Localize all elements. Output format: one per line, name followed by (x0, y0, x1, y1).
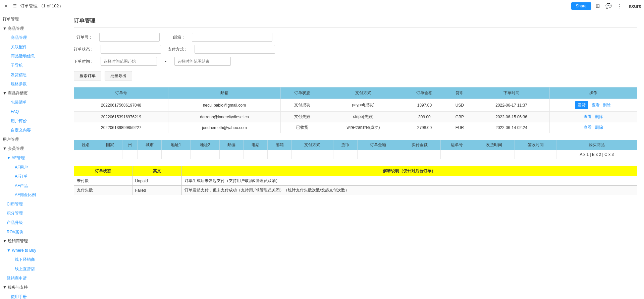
detail-cell (268, 150, 292, 159)
cell-payment: stripe(失败) (324, 112, 403, 122)
cell-currency: USD (446, 99, 473, 112)
cell-status: 支付成功 (280, 99, 324, 112)
email-label: 邮箱： (166, 35, 185, 40)
sidebar-item-dealer-apply[interactable]: 经销商申请 (0, 274, 67, 283)
sidebar-item-product-mgmt[interactable]: 商品管理 (0, 33, 67, 43)
view-link[interactable]: 查看 (584, 125, 592, 130)
sidebar-item-af-order[interactable]: AF订单 (0, 172, 67, 181)
detail-col-zipcode: 邮编 (219, 140, 244, 150)
detail-cell (333, 150, 357, 159)
detail-col-products: 购买商品 (556, 140, 637, 150)
status-table: 订单状态 英文 解释说明（仅针对后台订单） 未付款 Unpaid 订单生成后未发… (74, 166, 637, 195)
col-header-order-time: 下单时间 (473, 87, 550, 99)
sidebar-item-packing-list[interactable]: 包装清单 (0, 98, 67, 107)
sidebar-item-af-product[interactable]: AF产品 (0, 181, 67, 191)
export-button[interactable]: 批量导出 (105, 71, 132, 80)
fahuo-button[interactable]: 发货 (575, 101, 588, 109)
view-link[interactable]: 查看 (592, 103, 600, 107)
detail-row: A x 1 | B x 2 | C x 3 (74, 150, 637, 159)
topbar: ✕ ☰ 订单管理 （1 of 102） Share ⊞ 💬 ⋮ axure (0, 0, 644, 12)
sidebar-item-where-to-buy-group[interactable]: ▼ Where to Buy (0, 246, 67, 255)
cell-order-time: 2022-06-14 02:24 (473, 122, 550, 133)
sidebar-item-points-mgmt[interactable]: 积分管理 (0, 209, 67, 218)
cell-amount: 1397.00 (403, 99, 446, 112)
comment-icon[interactable]: 💬 (605, 2, 613, 10)
col-header-currency: 货币 (446, 87, 473, 99)
sidebar: 订单管理 ▼ 商品管理 商品管理 关联配件 商品活动信息 子导航 发货信息 规格… (0, 12, 67, 299)
sidebar-item-af-commission[interactable]: AF佣金比例 (0, 190, 67, 200)
cell-currency: EUR (446, 122, 473, 133)
detail-col-city: 城市 (138, 140, 162, 150)
sidebar-item-rov-cases[interactable]: ROV案例 (0, 228, 67, 237)
col-header-email: 邮箱 (168, 87, 281, 99)
sidebar-item-shipping-info[interactable]: 发货信息 (0, 70, 67, 80)
cell-currency: GBP (446, 112, 473, 122)
detail-col-currency: 货币 (333, 140, 357, 150)
cell-payment: wire-transfer(成功) (324, 122, 403, 133)
detail-col-tracking: 运单号 (440, 140, 473, 150)
delete-link[interactable]: 删除 (595, 125, 603, 130)
date-end-input[interactable] (174, 57, 231, 66)
axure-logo: axure (629, 3, 641, 9)
status-name: 未付款 (74, 176, 132, 186)
sidebar-item-custom-content[interactable]: 自定义内容 (0, 126, 67, 135)
col-header-payment: 支付方式 (324, 87, 403, 99)
main-layout: 订单管理 ▼ 商品管理 商品管理 关联配件 商品活动信息 子导航 发货信息 规格… (0, 12, 644, 299)
sidebar-item-online-store[interactable]: 线上直营店 (0, 264, 67, 274)
cell-actions: 查看 删除 (549, 122, 637, 133)
detail-cell (191, 150, 219, 159)
sidebar-item-user-mgmt[interactable]: 用户管理 (0, 135, 67, 144)
detail-cell (291, 150, 333, 159)
sidebar-item-order-mgmt[interactable]: 订单管理 (0, 15, 67, 24)
form-row-3: 下单时间： - (74, 57, 637, 66)
payment-method-input[interactable] (195, 45, 275, 54)
sidebar-item-af-mgmt-group[interactable]: ▼ AF管理 (0, 154, 67, 163)
grid-icon[interactable]: ⊞ (594, 2, 602, 10)
date-separator: - (165, 59, 166, 64)
detail-col-country: 国家 (98, 140, 122, 150)
sidebar-item-ci-currency[interactable]: CI币管理 (0, 200, 67, 209)
detail-cell (98, 150, 122, 159)
search-button[interactable]: 搜索订单 (74, 71, 101, 80)
sidebar-item-service-group[interactable]: ▼ 服务与支持 (0, 283, 67, 292)
sidebar-item-product-detail-group[interactable]: ▼ 商品详情页 (0, 89, 67, 98)
sidebar-item-product-upgrade[interactable]: 产品升级 (0, 218, 67, 228)
share-button[interactable]: Share (571, 2, 591, 10)
sidebar-item-subnav[interactable]: 子导航 (0, 61, 67, 70)
detail-col-state: 州 (122, 140, 138, 150)
date-start-input[interactable] (101, 57, 157, 66)
detail-col-order-amount: 订单金额 (357, 140, 399, 150)
col-header-amount: 订单金额 (403, 87, 446, 99)
sidebar-item-af-user[interactable]: AF用户 (0, 163, 67, 172)
cell-actions: 查看 删除 (549, 112, 637, 122)
sidebar-item-offline-dealer[interactable]: 线下经销商 (0, 255, 67, 264)
table-row: 202206153916976219 darrenh@innercitydies… (74, 112, 637, 122)
status-col-description: 解释说明（仅针对后台订单） (181, 166, 637, 176)
view-link[interactable]: 查看 (584, 114, 592, 119)
more-icon[interactable]: ⋮ (615, 2, 624, 10)
order-status-input[interactable] (101, 45, 161, 54)
email-input[interactable] (192, 33, 272, 42)
sidebar-item-user-manual[interactable]: 使用手册 (0, 292, 67, 299)
sidebar-item-product-activity[interactable]: 商品活动信息 (0, 52, 67, 61)
sidebar-item-member-mgmt-group[interactable]: ▼ 会员管理 (0, 144, 67, 154)
close-icon[interactable]: ✕ (3, 3, 9, 9)
sidebar-item-user-review[interactable]: 用户评价 (0, 117, 67, 126)
col-header-order-no: 订单号 (74, 87, 168, 99)
sidebar-item-product-mgmt-group[interactable]: ▼ 商品管理 (0, 24, 67, 34)
detail-cell (219, 150, 244, 159)
delete-link[interactable]: 删除 (603, 103, 611, 107)
cell-order-no: 202206175686197048 (74, 99, 168, 112)
table-row: 202206139899859227 jondnemeth@yahoo.com … (74, 122, 637, 133)
sidebar-item-related-accessories[interactable]: 关联配件 (0, 43, 67, 52)
order-no-input[interactable] (99, 33, 160, 42)
detail-table: 姓名 国家 州 城市 地址1 地址2 邮编 电话 邮箱 支付方式 货币 订单金额… (74, 140, 637, 159)
sidebar-item-faq[interactable]: FAQ (0, 107, 67, 117)
detail-col-receive-time: 签收时间 (515, 140, 556, 150)
sidebar-item-dealer-mgmt-group[interactable]: ▼ 经销商管理 (0, 237, 67, 246)
menu-icon[interactable]: ☰ (11, 3, 18, 9)
status-row: 支付失败 Failed 订单发起支付，但未支付成功（支持用户&管理员关闭）（统计… (74, 186, 637, 195)
topbar-title: 订单管理 （1 of 102） (20, 3, 571, 9)
sidebar-item-spec-params[interactable]: 规格参数 (0, 79, 67, 89)
delete-link[interactable]: 删除 (595, 114, 603, 119)
